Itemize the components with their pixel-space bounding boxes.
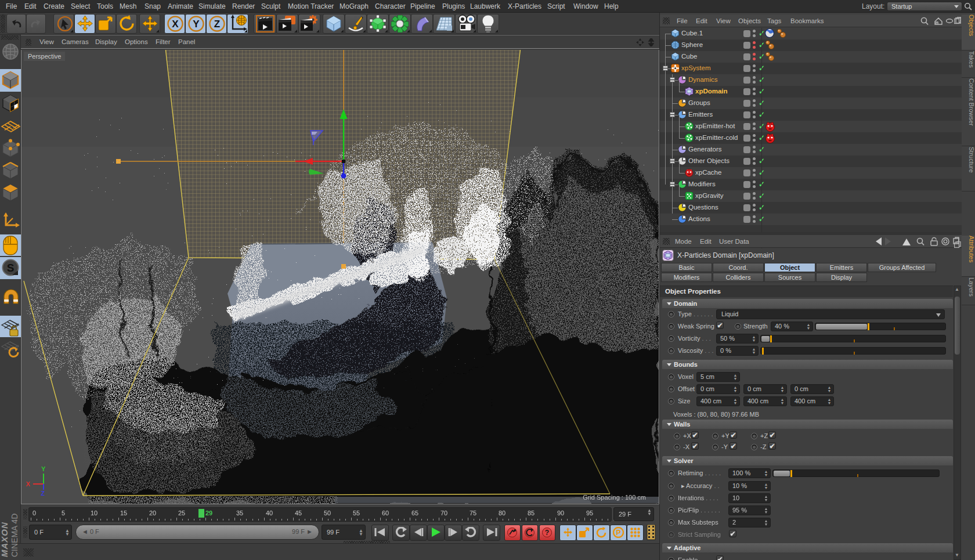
svg-text:X: X [172,19,179,30]
svg-text:P: P [616,529,620,537]
svg-text:S: S [7,262,15,274]
svg-text:Y: Y [193,19,200,30]
svg-text:?: ? [545,529,549,537]
svg-text:Z: Z [214,19,220,30]
svg-text:X: X [26,480,31,487]
svg-text:Z: Z [41,490,45,497]
svg-text:Y: Y [41,465,46,472]
